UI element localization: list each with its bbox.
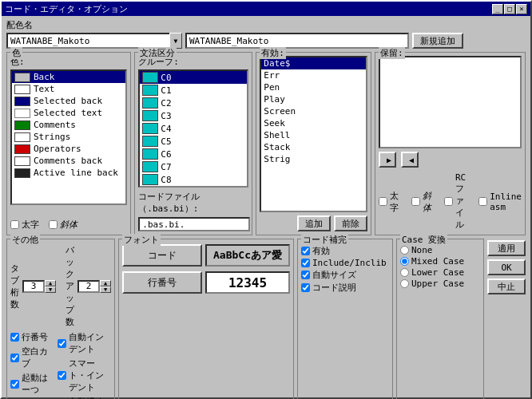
config-name-text-input[interactable]: [185, 33, 409, 49]
cancel-button[interactable]: 中止: [487, 279, 526, 294]
list-item[interactable]: Operators: [12, 143, 125, 155]
note-up-button[interactable]: ▶: [379, 152, 396, 168]
del-button[interactable]: 前除: [334, 215, 367, 231]
syntax-listbox[interactable]: C0 C1 C2 C3: [138, 69, 248, 188]
color-swatch-text: [14, 85, 30, 94]
ok-button[interactable]: OK: [487, 259, 526, 275]
startup-checkbox[interactable]: [10, 380, 19, 389]
list-item[interactable]: Screen: [261, 105, 366, 117]
list-item[interactable]: Strings: [12, 131, 125, 143]
rc-file-checkbox[interactable]: [444, 197, 453, 206]
list-item[interactable]: C7: [140, 160, 247, 173]
code-font-button[interactable]: コード: [122, 244, 202, 267]
other-section: その他 タブ桁数 ▲ ▼ バックアップ数 ▲: [6, 239, 115, 399]
startup-label: 起動はーつ: [22, 372, 51, 396]
list-item[interactable]: Back: [12, 71, 125, 83]
action-buttons: 適用 OK 中止: [487, 239, 527, 399]
syntax-item-label: C4: [161, 124, 171, 134]
list-item[interactable]: C2: [140, 97, 247, 109]
code-complete-section: コード補完 有効 Include/Inclib 自動サイズ コード説明: [297, 239, 393, 399]
main-window: コード・エディタ・オプション _ □ × 配色名 ▼ 新規追加: [0, 0, 532, 399]
whitespace-checkbox[interactable]: [10, 354, 19, 362]
minimize-button[interactable]: _: [492, 4, 503, 14]
list-item[interactable]: Date$: [261, 57, 366, 69]
list-item[interactable]: Selected text: [12, 107, 125, 119]
file-ext-input[interactable]: [138, 217, 250, 231]
tab-input[interactable]: [22, 280, 45, 293]
config-dropdown-arrow[interactable]: ▼: [169, 33, 182, 49]
valid-item-label: Play: [264, 94, 285, 105]
list-item[interactable]: Comments back: [12, 155, 125, 167]
smart-indent-checkbox[interactable]: [58, 371, 66, 380]
syntax-color-box: [142, 136, 158, 147]
note-listbox[interactable]: [379, 56, 522, 148]
case-upper-row: Upper Case: [400, 279, 480, 289]
close-button[interactable]: ×: [516, 4, 527, 14]
list-item[interactable]: C8: [140, 173, 247, 186]
list-item[interactable]: Comments: [12, 119, 125, 131]
case-upper-radio[interactable]: [400, 279, 409, 288]
rc-file-checkbox-row: RCファイル: [444, 172, 466, 231]
valid-listbox[interactable]: Date$ Err Pen Play Screen Seek Shell Sta…: [260, 56, 367, 212]
window-title: コード・エディタ・オプション: [5, 3, 128, 15]
backup-input[interactable]: [77, 280, 100, 293]
add-button[interactable]: 追加: [297, 215, 331, 231]
note-italic-checkbox[interactable]: [411, 197, 420, 206]
list-item[interactable]: Play: [261, 93, 366, 105]
color-section: 色 色: Back Text: [6, 52, 131, 235]
tab-up-btn[interactable]: ▲: [45, 280, 56, 286]
list-item[interactable]: C4: [140, 122, 247, 135]
tab-down-btn[interactable]: ▼: [45, 286, 56, 293]
list-item[interactable]: Selected back: [12, 95, 125, 107]
auto-indent-checkbox[interactable]: [58, 339, 66, 348]
config-dropdown-input[interactable]: [6, 33, 182, 49]
backup-up-btn[interactable]: ▲: [100, 280, 111, 286]
cc-autosize-checkbox[interactable]: [301, 271, 310, 279]
lineno-checkbox[interactable]: [10, 333, 19, 342]
list-item[interactable]: Seek: [261, 117, 366, 129]
inline-asm-checkbox-row: Inline asm: [478, 192, 522, 212]
cc-enabled-checkbox[interactable]: [301, 247, 310, 255]
valid-listbox-inner: Date$ Err Pen Play Screen Seek Shell Sta…: [261, 57, 366, 211]
maximize-button[interactable]: □: [504, 4, 515, 14]
list-item[interactable]: Err: [261, 69, 366, 81]
list-item[interactable]: C3: [140, 109, 247, 122]
list-item[interactable]: Stack: [261, 141, 366, 153]
cc-desc-checkbox[interactable]: [301, 283, 310, 292]
inline-asm-label: Inline asm: [490, 192, 522, 212]
color-listbox[interactable]: Back Text Selected back: [10, 69, 127, 205]
syntax-listbox-inner: C0 C1 C2 C3: [140, 71, 247, 186]
cc-enabled-row: 有効: [301, 245, 389, 257]
list-item[interactable]: Shell: [261, 129, 366, 141]
case-mixed-radio[interactable]: [400, 257, 409, 266]
bold-italic-row: 太字 斜体: [10, 218, 127, 231]
note-bold-checkbox[interactable]: [379, 197, 387, 206]
note-down-button[interactable]: ◀: [401, 152, 419, 168]
list-item[interactable]: C6: [140, 148, 247, 160]
tab-row: タブ桁数 ▲ ▼ バックアップ数 ▲ ▼: [10, 244, 111, 328]
new-add-button[interactable]: 新規追加: [412, 33, 463, 49]
color-swatch-seltext: [14, 109, 30, 118]
backup-down-btn[interactable]: ▼: [100, 286, 111, 293]
color-italic-checkbox[interactable]: [49, 220, 58, 229]
lineno-font-button[interactable]: 行番号: [122, 271, 202, 294]
inline-asm-checkbox[interactable]: [478, 197, 487, 206]
syntax-color-box: [142, 110, 158, 121]
color-bold-checkbox[interactable]: [10, 220, 19, 229]
tab-spinner: ▲ ▼: [22, 280, 56, 293]
apply-button[interactable]: 適用: [487, 240, 526, 256]
list-item[interactable]: Pen: [261, 81, 366, 93]
list-item[interactable]: Active line back: [12, 167, 125, 179]
list-item[interactable]: C1: [140, 84, 247, 97]
list-item[interactable]: C5: [140, 135, 247, 148]
color-section-label: 色: [10, 47, 22, 59]
case-none-radio[interactable]: [400, 246, 409, 255]
case-lower-radio[interactable]: [400, 268, 409, 277]
valid-item-label: Date$: [264, 58, 290, 69]
list-item[interactable]: Text: [12, 83, 125, 95]
cc-include-checkbox[interactable]: [301, 259, 310, 267]
list-item[interactable]: C0: [140, 71, 247, 84]
valid-item-label: Screen: [264, 106, 296, 117]
code-font-preview[interactable]: AaBbCcあア愛: [205, 244, 290, 267]
list-item[interactable]: Strig: [261, 153, 366, 165]
